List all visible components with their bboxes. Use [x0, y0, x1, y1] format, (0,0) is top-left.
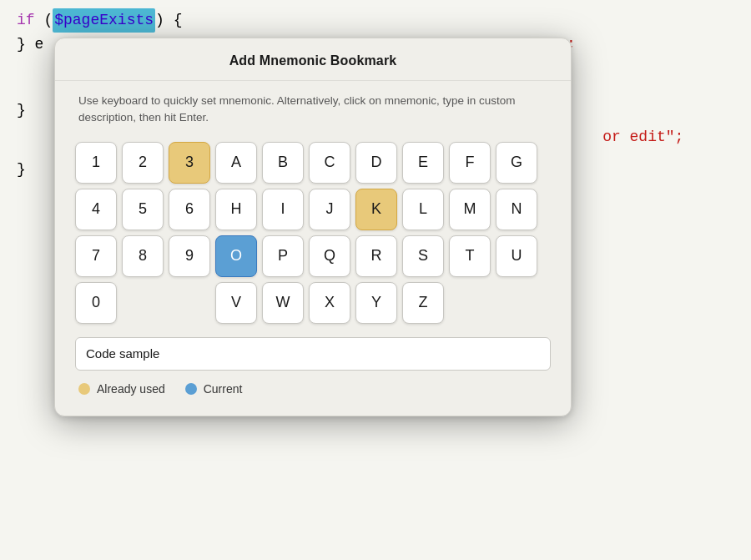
key-E[interactable]: E	[402, 142, 444, 184]
key-7[interactable]: 7	[75, 235, 117, 277]
key-5[interactable]: 5	[122, 189, 164, 230]
description-input-container	[75, 337, 551, 371]
key-U[interactable]: U	[496, 235, 537, 277]
code-if-keyword: if	[17, 8, 35, 33]
legend-current-label: Current	[204, 382, 243, 396]
key-N[interactable]: N	[496, 189, 537, 230]
key-6[interactable]: 6	[169, 189, 210, 230]
key-0[interactable]: 0	[75, 282, 117, 324]
key-spacer-2	[169, 282, 210, 324]
key-J[interactable]: J	[309, 189, 350, 230]
key-T[interactable]: T	[449, 235, 491, 277]
dialog-description: Use keyboard to quickly set mnemonic. Al…	[55, 81, 571, 135]
keyboard-grid: 1 2 3 A B C D E F G 4 5 6 H I J K L M N …	[55, 135, 571, 327]
legend-current-dot	[185, 383, 197, 395]
key-Q[interactable]: Q	[309, 235, 350, 277]
key-V[interactable]: V	[215, 282, 257, 324]
key-L[interactable]: L	[402, 189, 444, 230]
key-O[interactable]: O	[215, 235, 257, 277]
key-8[interactable]: 8	[122, 235, 164, 277]
dialog: Add Mnemonic Bookmark Use keyboard to qu…	[54, 38, 572, 416]
key-P[interactable]: P	[262, 235, 304, 277]
key-R[interactable]: R	[355, 235, 397, 277]
key-F[interactable]: F	[449, 142, 491, 184]
keyboard-row-1: 1 2 3 A B C D E F G	[75, 142, 551, 184]
key-W[interactable]: W	[262, 282, 304, 324]
key-G[interactable]: G	[496, 142, 537, 184]
key-9[interactable]: 9	[169, 235, 210, 277]
key-S[interactable]: S	[402, 235, 444, 277]
legend-already-used-dot	[78, 383, 90, 395]
keyboard-row-4: 0 V W X Y Z	[75, 282, 551, 324]
key-D[interactable]: D	[355, 142, 397, 184]
key-X[interactable]: X	[309, 282, 350, 324]
dialog-title: Add Mnemonic Bookmark	[55, 38, 571, 81]
key-K[interactable]: K	[355, 189, 397, 230]
legend-already-used: Already used	[78, 382, 165, 396]
legend: Already used Current	[55, 371, 571, 396]
description-input[interactable]	[75, 337, 551, 371]
legend-current: Current	[185, 382, 243, 396]
key-I[interactable]: I	[262, 189, 304, 230]
key-1[interactable]: 1	[75, 142, 117, 184]
key-4[interactable]: 4	[75, 189, 117, 230]
key-B[interactable]: B	[262, 142, 304, 184]
code-line-1: if ( $pageExists ) {	[17, 8, 734, 33]
code-string-edit: or edit";	[602, 125, 683, 149]
key-A[interactable]: A	[215, 142, 257, 184]
key-Y[interactable]: Y	[355, 282, 397, 324]
legend-already-used-label: Already used	[97, 382, 165, 396]
key-2[interactable]: 2	[122, 142, 164, 184]
key-spacer-1	[122, 282, 164, 324]
key-M[interactable]: M	[449, 189, 491, 230]
key-C[interactable]: C	[309, 142, 350, 184]
keyboard-row-3: 7 8 9 O P Q R S T U	[75, 235, 551, 277]
key-3[interactable]: 3	[169, 142, 210, 184]
key-Z[interactable]: Z	[402, 282, 444, 324]
code-var-highlighted: $pageExists	[53, 8, 155, 33]
key-H[interactable]: H	[215, 189, 257, 230]
keyboard-row-2: 4 5 6 H I J K L M N	[75, 189, 551, 230]
